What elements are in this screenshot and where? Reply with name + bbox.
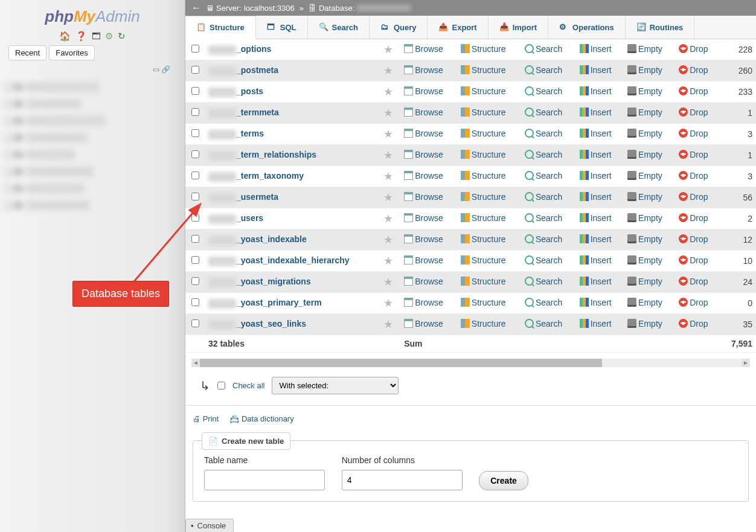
row-checkbox[interactable] — [191, 66, 199, 74]
expand-icon[interactable]: + — [5, 167, 13, 176]
structure-link[interactable]: Structure — [461, 107, 506, 117]
table-name-link[interactable]: _usermeta — [236, 192, 278, 202]
favorite-star-icon[interactable]: ★ — [383, 128, 393, 140]
table-name-link[interactable]: _terms — [236, 129, 264, 138]
print-link[interactable]: 🖨 Print — [193, 414, 219, 423]
row-checkbox[interactable] — [191, 171, 199, 179]
breadcrumb-database[interactable]: 🗄 Database: — [309, 4, 411, 13]
drop-link[interactable]: Drop — [679, 255, 708, 265]
favorite-star-icon[interactable]: ★ — [383, 191, 393, 204]
empty-link[interactable]: Empty — [627, 65, 662, 75]
structure-link[interactable]: Structure — [461, 150, 506, 159]
table-name-link[interactable]: _yoast_indexable — [236, 234, 307, 244]
browse-link[interactable]: Browse — [404, 319, 443, 328]
breadcrumb-server[interactable]: 🖥 Server: localhost:3306 — [206, 4, 295, 13]
topnav-query[interactable]: 🗂Query — [370, 16, 428, 39]
tab-favorites[interactable]: Favorites — [49, 45, 94, 60]
favorite-star-icon[interactable]: ★ — [383, 170, 393, 182]
insert-link[interactable]: Insert — [580, 234, 612, 244]
structure-link[interactable]: Structure — [461, 234, 506, 244]
insert-link[interactable]: Insert — [580, 150, 612, 159]
tree-item[interactable]: + — [5, 112, 185, 129]
drop-link[interactable]: Drop — [679, 192, 708, 202]
scrollbar-thumb[interactable] — [200, 359, 602, 367]
search-link[interactable]: Search — [525, 319, 562, 328]
topnav-search[interactable]: 🔍Search — [308, 16, 370, 39]
tree-item[interactable]: + — [5, 79, 185, 95]
database-tree[interactable]: ++++++++ — [0, 76, 185, 214]
topnav-sql[interactable]: 🗔SQL — [256, 16, 308, 39]
insert-link[interactable]: Insert — [580, 255, 612, 265]
drop-link[interactable]: Drop — [679, 234, 708, 244]
table-name-link[interactable]: _yoast_migrations — [236, 277, 311, 286]
empty-link[interactable]: Empty — [627, 150, 662, 159]
browse-link[interactable]: Browse — [404, 86, 443, 96]
search-link[interactable]: Search — [525, 44, 562, 54]
row-checkbox[interactable] — [191, 87, 199, 95]
favorite-star-icon[interactable]: ★ — [383, 65, 393, 77]
create-button[interactable]: Create — [479, 471, 528, 490]
topnav-routines[interactable]: 🔄Routines — [626, 16, 695, 39]
insert-link[interactable]: Insert — [580, 171, 612, 181]
structure-link[interactable]: Structure — [461, 277, 506, 286]
tree-item[interactable]: + — [5, 180, 185, 197]
home-icon[interactable]: 🏠 — [59, 31, 71, 42]
favorite-star-icon[interactable]: ★ — [383, 255, 393, 267]
expand-icon[interactable]: + — [5, 133, 13, 142]
expand-icon[interactable]: + — [5, 100, 13, 108]
insert-link[interactable]: Insert — [580, 107, 612, 117]
empty-link[interactable]: Empty — [627, 171, 662, 181]
drop-link[interactable]: Drop — [679, 44, 708, 54]
structure-link[interactable]: Structure — [461, 129, 506, 138]
row-checkbox[interactable] — [191, 235, 199, 243]
structure-link[interactable]: Structure — [461, 319, 506, 328]
drop-link[interactable]: Drop — [679, 129, 708, 138]
empty-link[interactable]: Empty — [627, 213, 662, 223]
link-icon[interactable]: 🔗 — [161, 65, 170, 74]
search-link[interactable]: Search — [525, 171, 562, 181]
drop-link[interactable]: Drop — [679, 277, 708, 286]
favorite-star-icon[interactable]: ★ — [383, 43, 393, 56]
tree-item[interactable]: + — [5, 146, 185, 163]
check-all-link[interactable]: Check all — [232, 381, 264, 390]
empty-link[interactable]: Empty — [627, 192, 662, 202]
search-link[interactable]: Search — [525, 86, 562, 96]
tree-item[interactable]: + — [5, 197, 185, 214]
structure-link[interactable]: Structure — [461, 298, 506, 307]
favorite-star-icon[interactable]: ★ — [383, 318, 393, 330]
expand-icon[interactable]: + — [5, 117, 13, 125]
drop-link[interactable]: Drop — [679, 150, 708, 159]
table-name-link[interactable]: _options — [236, 44, 271, 54]
table-name-link[interactable]: _yoast_seo_links — [236, 319, 306, 328]
table-name-link[interactable]: _yoast_indexable_hierarchy — [236, 255, 350, 265]
search-link[interactable]: Search — [525, 150, 562, 159]
table-name-input[interactable] — [204, 470, 325, 490]
favorite-star-icon[interactable]: ★ — [383, 234, 393, 246]
scroll-right-icon[interactable]: ► — [742, 359, 750, 367]
row-checkbox[interactable] — [191, 319, 199, 327]
browse-link[interactable]: Browse — [404, 150, 443, 159]
empty-link[interactable]: Empty — [627, 107, 662, 117]
check-all-checkbox[interactable] — [217, 382, 225, 389]
insert-link[interactable]: Insert — [580, 298, 612, 307]
sql-window-icon[interactable]: 🗔 — [92, 31, 101, 41]
insert-link[interactable]: Insert — [580, 213, 612, 223]
tree-item[interactable]: + — [5, 163, 185, 180]
expand-icon[interactable]: + — [5, 150, 13, 159]
empty-link[interactable]: Empty — [627, 277, 662, 286]
browse-link[interactable]: Browse — [404, 255, 443, 265]
expand-icon[interactable]: + — [5, 184, 13, 193]
favorite-star-icon[interactable]: ★ — [383, 213, 393, 225]
browse-link[interactable]: Browse — [404, 107, 443, 117]
with-selected-dropdown[interactable]: With selected: — [272, 377, 399, 394]
structure-link[interactable]: Structure — [461, 44, 506, 54]
empty-link[interactable]: Empty — [627, 234, 662, 244]
topnav-import[interactable]: 📥Import — [489, 16, 548, 39]
tree-item[interactable]: + — [5, 129, 185, 146]
empty-link[interactable]: Empty — [627, 86, 662, 96]
browse-link[interactable]: Browse — [404, 129, 443, 138]
search-link[interactable]: Search — [525, 213, 562, 223]
data-dictionary-link[interactable]: 📇 Data dictionary — [229, 414, 293, 423]
drop-link[interactable]: Drop — [679, 319, 708, 328]
expand-icon[interactable]: + — [5, 201, 13, 210]
